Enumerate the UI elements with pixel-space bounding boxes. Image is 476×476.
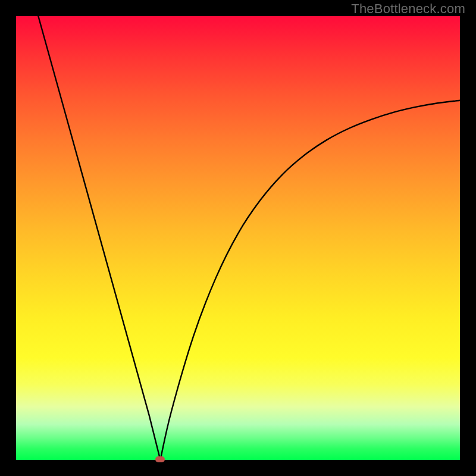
curve-layer [16, 16, 460, 460]
curve-left-branch [38, 16, 160, 460]
watermark-text: TheBottleneck.com [351, 1, 465, 17]
chart-frame: TheBottleneck.com [0, 0, 476, 476]
curve-right-branch [160, 101, 460, 460]
plot-area [16, 16, 460, 460]
minimum-marker [155, 456, 165, 462]
